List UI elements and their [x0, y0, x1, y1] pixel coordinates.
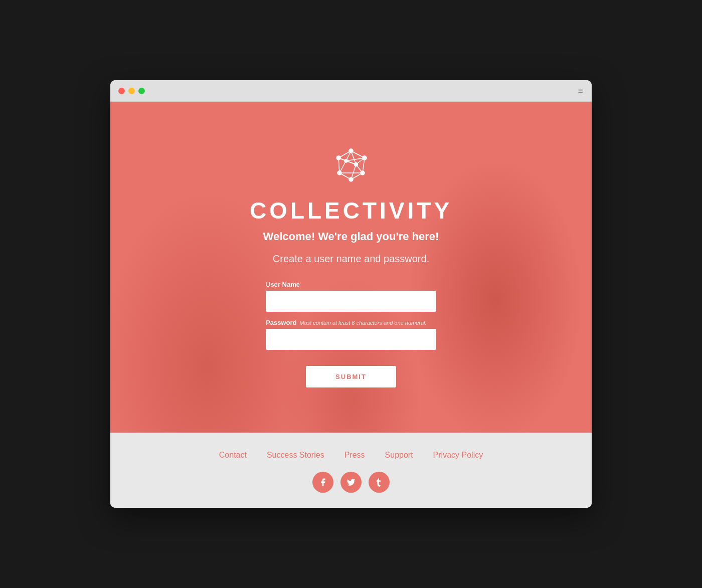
footer-link-success-stories[interactable]: Success Stories — [267, 451, 324, 460]
brand-name: COLLECTIVITY — [250, 197, 452, 224]
svg-line-12 — [363, 158, 365, 173]
username-input[interactable] — [266, 291, 436, 312]
footer-link-support[interactable]: Support — [385, 451, 413, 460]
footer-link-press[interactable]: Press — [344, 451, 365, 460]
footer-nav: Contact Success Stories Press Support Pr… — [219, 451, 483, 460]
registration-form: User Name Password Must contain at least… — [266, 281, 436, 387]
browser-window: ≡ — [110, 80, 592, 508]
svg-line-19 — [338, 158, 339, 173]
footer-section: Contact Success Stories Press Support Pr… — [110, 433, 592, 508]
password-input[interactable] — [266, 329, 436, 350]
brand-logo-icon — [328, 142, 374, 189]
social-icons-group — [312, 472, 390, 493]
minimize-dot[interactable] — [128, 88, 135, 94]
hero-content: COLLECTIVITY Welcome! We're glad you're … — [120, 142, 582, 387]
welcome-heading: Welcome! We're glad you're here! — [263, 230, 439, 243]
submit-button[interactable]: SUBMIT — [306, 366, 396, 387]
username-field-group: User Name — [266, 281, 436, 312]
footer-link-contact[interactable]: Contact — [219, 451, 247, 460]
twitter-button[interactable] — [340, 472, 362, 493]
close-dot[interactable] — [118, 88, 125, 94]
password-field-group: Password Must contain at least 6 charact… — [266, 319, 436, 350]
footer-link-privacy-policy[interactable]: Privacy Policy — [433, 451, 483, 460]
facebook-button[interactable] — [312, 472, 333, 493]
svg-line-18 — [339, 173, 351, 179]
tumblr-button[interactable] — [369, 472, 390, 493]
password-hint-text: Must contain at least 6 characters and o… — [299, 320, 426, 326]
hero-section: COLLECTIVITY Welcome! We're glad you're … — [110, 102, 592, 433]
username-label: User Name — [266, 281, 436, 288]
password-label-text: Password — [266, 319, 296, 326]
svg-line-20 — [339, 161, 346, 173]
password-label: Password Must contain at least 6 charact… — [266, 319, 436, 326]
browser-chrome: ≡ — [110, 80, 592, 102]
window-controls — [118, 88, 145, 94]
svg-line-17 — [356, 164, 363, 173]
browser-menu-icon[interactable]: ≡ — [578, 86, 584, 95]
username-label-text: User Name — [266, 281, 300, 288]
subtitle-text: Create a user name and password. — [273, 253, 429, 265]
maximize-dot[interactable] — [138, 88, 145, 94]
